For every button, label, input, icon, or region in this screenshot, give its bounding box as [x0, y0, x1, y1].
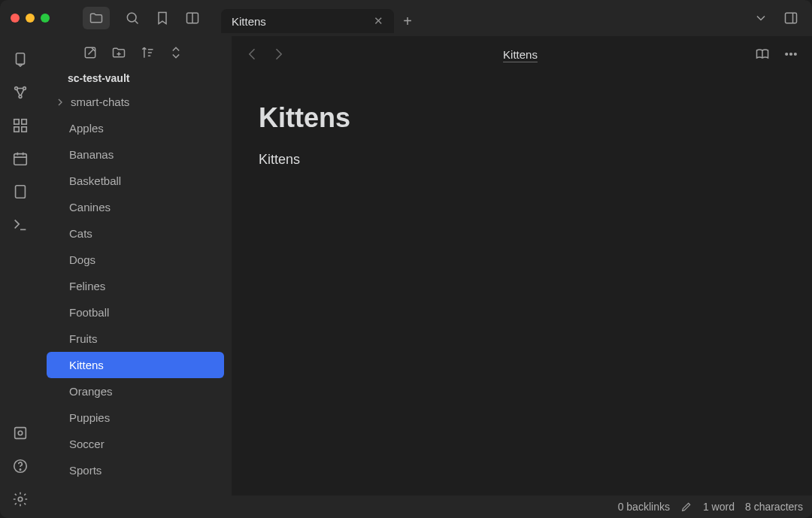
file-label: Basketball	[69, 174, 121, 187]
svg-rect-14	[14, 154, 27, 165]
editor-pane: Kittens Kittens Kittens 0 backlinks	[232, 36, 812, 518]
file-item[interactable]: Canines	[47, 194, 224, 220]
svg-point-24	[18, 497, 23, 501]
svg-point-0	[127, 13, 136, 22]
file-item[interactable]: Fruits	[47, 326, 224, 352]
file-item[interactable]: Bananas	[47, 141, 224, 168]
traffic-lights	[0, 14, 60, 23]
window-minimize-button[interactable]	[26, 14, 35, 23]
status-bar: 0 backlinks 1 word 8 characters	[232, 495, 812, 518]
file-label: Kittens	[69, 359, 104, 371]
command-palette-icon[interactable]	[12, 217, 29, 233]
tab-label: Kittens	[232, 15, 366, 28]
tabs: Kittens ✕ +	[221, 3, 421, 33]
vault-icon[interactable]	[12, 425, 29, 441]
svg-rect-4	[786, 13, 797, 23]
pencil-icon[interactable]	[680, 501, 692, 513]
breadcrumb[interactable]: Kittens	[286, 48, 755, 61]
new-folder-icon[interactable]	[111, 45, 126, 60]
file-label: Puppies	[69, 411, 110, 424]
chevron-down-icon[interactable]	[753, 11, 768, 26]
new-tab-button[interactable]: +	[394, 9, 421, 33]
svg-point-34	[795, 53, 797, 56]
file-item[interactable]: Kittens	[47, 352, 224, 378]
svg-point-8	[23, 87, 26, 90]
note-content[interactable]: Kittens	[259, 152, 812, 168]
daily-note-icon[interactable]	[12, 150, 29, 167]
svg-rect-12	[14, 127, 19, 132]
new-note-icon[interactable]	[83, 45, 98, 60]
svg-point-33	[790, 53, 792, 56]
folder-label: smart-chats	[71, 95, 129, 108]
titlebar: Kittens ✕ +	[0, 0, 812, 36]
file-item[interactable]: Apples	[47, 115, 224, 141]
file-label: Soccer	[69, 438, 105, 450]
search-icon[interactable]	[125, 11, 140, 26]
file-label: Oranges	[69, 385, 113, 398]
svg-rect-10	[14, 120, 19, 124]
svg-rect-11	[22, 120, 26, 124]
file-item[interactable]: Basketball	[47, 168, 224, 194]
svg-rect-18	[16, 186, 26, 198]
note-title[interactable]: Kittens	[259, 102, 812, 134]
more-options-icon[interactable]	[783, 47, 798, 62]
window-close-button[interactable]	[11, 14, 20, 23]
file-label: Football	[69, 306, 109, 319]
status-word-count[interactable]: 1 word	[703, 501, 735, 513]
settings-icon[interactable]	[12, 491, 29, 507]
file-label: Felines	[69, 280, 105, 292]
svg-point-9	[19, 95, 22, 98]
file-label: Cats	[69, 227, 92, 240]
sort-icon[interactable]	[140, 45, 155, 60]
file-item[interactable]: Football	[47, 299, 224, 326]
svg-point-7	[15, 87, 18, 90]
svg-line-1	[135, 21, 138, 24]
collapse-icon[interactable]	[168, 45, 183, 60]
canvas-icon[interactable]	[12, 117, 29, 134]
file-label: Fruits	[69, 332, 98, 345]
quick-switcher-icon[interactable]	[12, 51, 29, 68]
nav-forward-icon[interactable]	[271, 47, 286, 62]
file-label: Apples	[69, 122, 104, 135]
svg-rect-20	[15, 428, 26, 439]
folder-smart-chats[interactable]: smart-chats	[47, 89, 224, 115]
file-label: Sports	[69, 464, 102, 477]
reading-list-icon[interactable]	[185, 11, 200, 26]
file-item[interactable]: Cats	[47, 220, 224, 247]
svg-point-23	[20, 469, 20, 470]
graph-icon[interactable]	[12, 84, 29, 101]
svg-rect-13	[22, 127, 26, 132]
help-icon[interactable]	[12, 458, 29, 474]
window-maximize-button[interactable]	[41, 14, 50, 23]
nav-back-icon[interactable]	[245, 47, 260, 62]
right-sidebar-toggle-icon[interactable]	[783, 11, 798, 26]
file-item[interactable]: Oranges	[47, 378, 224, 404]
file-explorer: sc-test-vault smart-chats ApplesBananasB…	[41, 36, 232, 518]
templates-icon[interactable]	[12, 183, 29, 200]
vault-title: sc-test-vault	[47, 69, 224, 89]
svg-point-21	[18, 431, 23, 435]
file-label: Dogs	[69, 253, 95, 266]
file-label: Bananas	[69, 148, 114, 161]
status-backlinks[interactable]: 0 backlinks	[618, 501, 670, 513]
bookmark-icon[interactable]	[155, 11, 170, 26]
file-item[interactable]: Sports	[47, 457, 224, 483]
svg-rect-6	[17, 53, 25, 65]
files-icon[interactable]	[83, 7, 110, 29]
file-item[interactable]: Felines	[47, 273, 224, 299]
reading-view-icon[interactable]	[755, 47, 770, 62]
file-item[interactable]: Dogs	[47, 247, 224, 273]
left-ribbon	[0, 36, 41, 518]
file-item[interactable]: Puppies	[47, 404, 224, 431]
svg-point-32	[786, 53, 788, 56]
file-tree: smart-chats ApplesBananasBasketballCanin…	[47, 89, 224, 483]
tab-kittens[interactable]: Kittens ✕	[221, 9, 394, 33]
file-item[interactable]: Soccer	[47, 431, 224, 457]
close-icon[interactable]: ✕	[374, 14, 383, 28]
file-label: Canines	[69, 201, 111, 214]
status-char-count[interactable]: 8 characters	[745, 501, 803, 513]
